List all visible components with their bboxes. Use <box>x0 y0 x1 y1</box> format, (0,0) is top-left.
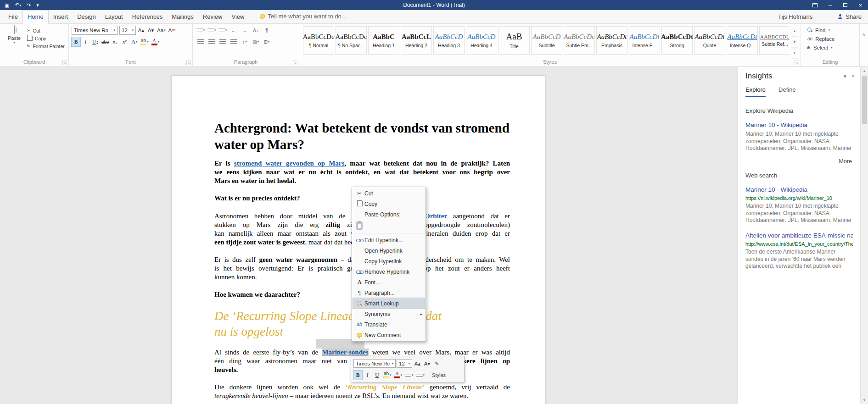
tab-home[interactable]: Home <box>22 10 49 24</box>
style-gallery-item[interactable]: AaBbCcDtStrong <box>661 26 693 55</box>
paste-option-keep-formatting-button[interactable] <box>353 220 425 232</box>
numbering-button[interactable]: ▾ <box>415 371 426 380</box>
share-button[interactable]: Share <box>838 13 862 20</box>
align-right-button[interactable] <box>218 37 228 46</box>
menu-item-remove-hyperlink[interactable]: Remove Hyperlink <box>353 266 425 277</box>
shrink-font-button[interactable]: A▾ <box>146 26 155 35</box>
menu-item-copy-hyperlink[interactable]: Copy Hyperlink <box>353 256 425 266</box>
borders-button[interactable]: ⊞▾ <box>262 37 272 46</box>
font-color-button[interactable]: A▾ <box>393 371 403 380</box>
copy-button[interactable]: Copy <box>27 34 66 42</box>
subscript-button[interactable]: x₂ <box>111 37 119 46</box>
menu-item-paragraph[interactable]: ¶Paragraph... <box>353 288 425 298</box>
restore-icon[interactable] <box>838 0 853 10</box>
menu-item-cut[interactable]: ✂Cut <box>353 188 425 199</box>
minimize-icon[interactable]: – <box>823 0 838 10</box>
tab-review[interactable]: Review <box>198 11 227 23</box>
underline-button[interactable]: U▾ <box>91 37 100 46</box>
tab-layout[interactable]: Layout <box>101 11 128 23</box>
menu-item-open-hyperlink[interactable]: Open Hyperlink <box>353 245 425 256</box>
vertical-scrollbar[interactable]: ▲ ▼ <box>860 67 868 404</box>
bullets-button[interactable]: ▾ <box>404 371 414 380</box>
style-gallery-item[interactable]: AaBbCcDcSubtle Em... <box>564 26 595 55</box>
hyperlink[interactable]: Mariner-sondes <box>322 349 368 356</box>
clear-formatting-button[interactable]: A <box>168 26 177 35</box>
shading-button[interactable]: ▨▾ <box>251 37 261 46</box>
result-title-link[interactable]: Mariner 10 - Wikipedia <box>745 186 853 193</box>
save-icon[interactable]: ▣ <box>5 0 9 10</box>
styles-button[interactable]: Styles <box>431 372 447 378</box>
sort-button[interactable]: A↓ <box>251 26 261 35</box>
result-title-link[interactable]: Mariner 10 - Wikipedia <box>745 122 853 128</box>
tell-me-box[interactable]: Tell me what you want to do... <box>260 13 346 23</box>
multilevel-list-button[interactable]: ▾ <box>218 26 228 35</box>
style-gallery-item[interactable]: AaBbCcDHeading 3 <box>433 26 465 55</box>
select-button[interactable]: Select▾ <box>804 43 857 52</box>
result-title-link[interactable]: Aftellen voor ambitieuze ESA-missie naa <box>745 232 853 239</box>
style-gallery-item[interactable]: AaBbCcDtEmphasis <box>596 26 627 55</box>
format-painter-button[interactable]: ✎ <box>432 359 441 368</box>
paragraph-dialog-launcher-icon[interactable]: ↘ <box>293 61 297 65</box>
more-link[interactable]: More <box>746 158 852 165</box>
justify-button[interactable] <box>229 37 239 46</box>
decrease-indent-button[interactable]: ← <box>229 26 239 35</box>
format-painter-button[interactable]: ✎Format Painter <box>27 42 66 50</box>
menu-item-translate[interactable]: abTranslate <box>353 319 425 330</box>
pane-options-chevron-icon[interactable]: ▾ <box>844 73 846 79</box>
show-paragraph-marks-button[interactable]: ¶ <box>262 26 272 35</box>
menu-item-synonyms[interactable]: Synonyms▸ <box>353 309 425 319</box>
close-icon[interactable]: × <box>853 0 868 10</box>
font-color-button[interactable]: A▾ <box>151 37 161 46</box>
font-size-combo[interactable]: 12▾ <box>119 26 136 35</box>
scroll-up-icon[interactable]: ▲ <box>861 67 868 75</box>
menu-item-font[interactable]: AFont... <box>353 277 425 288</box>
styles-dialog-launcher-icon[interactable]: ↘ <box>795 61 799 65</box>
grow-font-button[interactable]: A▴ <box>137 26 146 35</box>
tab-design[interactable]: Design <box>73 11 100 23</box>
style-gallery-item[interactable]: AaBbCcDc¶ No Spac... <box>336 26 367 55</box>
menu-item-paste-options[interactable]: Paste Options: <box>353 209 425 220</box>
clipboard-dialog-launcher-icon[interactable]: ↘ <box>62 61 67 65</box>
tab-file[interactable]: File <box>4 11 22 23</box>
style-gallery-item[interactable]: AaBbCcDSubtitle <box>531 26 562 55</box>
menu-item-smart-lookup[interactable]: Smart Lookup <box>353 298 425 309</box>
style-gallery-item[interactable]: AaBbCcDtQuote <box>694 26 725 55</box>
line-spacing-button[interactable]: ↕▾ <box>240 37 250 46</box>
scrollbar-thumb[interactable] <box>862 76 867 124</box>
bold-button[interactable]: B <box>353 371 362 380</box>
styles-more-icon[interactable]: ▾ <box>791 48 798 59</box>
tab-view[interactable]: View <box>227 11 249 23</box>
style-gallery-item[interactable]: AaBbCcDHeading 4 <box>466 26 497 55</box>
highlight-color-button[interactable]: ab▾ <box>140 37 150 46</box>
minibar-font-family-combo[interactable]: Times New Rc▾ <box>353 359 396 368</box>
superscript-button[interactable]: x² <box>120 37 129 46</box>
change-case-button[interactable]: Aa▾ <box>156 26 167 35</box>
pane-close-icon[interactable]: × <box>852 73 855 79</box>
style-gallery-item[interactable]: AaBTitle <box>498 26 530 55</box>
tab-define[interactable]: Define <box>778 86 796 97</box>
style-gallery-item[interactable]: AaBbCHeading 1 <box>368 26 399 55</box>
customize-qat-icon[interactable]: ▾ <box>36 0 39 10</box>
style-gallery-item[interactable]: AaBbCcDc¶ Normal <box>303 26 334 55</box>
undo-icon[interactable]: ↶▾ <box>15 0 21 11</box>
paste-button[interactable]: Paste ▾ <box>4 26 25 44</box>
hyperlink[interactable]: ‘Recurring Slope Lineae’ <box>345 383 424 391</box>
style-gallery-item[interactable]: AaBbCcDtIntense Q... <box>727 26 758 55</box>
style-gallery-item[interactable]: AABBCCDLSubtle Ref... <box>759 26 790 55</box>
align-center-button[interactable] <box>207 37 217 46</box>
tab-explore[interactable]: Explore <box>745 86 766 97</box>
numbering-button[interactable]: ▾ <box>207 26 217 35</box>
cut-button[interactable]: ✂Cut <box>27 27 66 34</box>
italic-button[interactable]: I <box>363 371 372 380</box>
tab-insert[interactable]: Insert <box>49 11 73 23</box>
font-dialog-launcher-icon[interactable]: ↘ <box>186 61 191 65</box>
styles-scroll-down-icon[interactable]: ▼ <box>791 37 798 48</box>
increase-indent-button[interactable]: → <box>240 26 250 35</box>
find-button[interactable]: Find▾ <box>804 26 857 34</box>
underline-button[interactable]: U <box>373 371 381 380</box>
replace-button[interactable]: abReplace <box>804 34 857 43</box>
bold-button[interactable]: B <box>72 37 80 46</box>
tab-mailings[interactable]: Mailings <box>167 11 198 23</box>
italic-button[interactable]: I <box>81 37 90 46</box>
menu-item-new-comment[interactable]: New Comment <box>353 330 425 340</box>
